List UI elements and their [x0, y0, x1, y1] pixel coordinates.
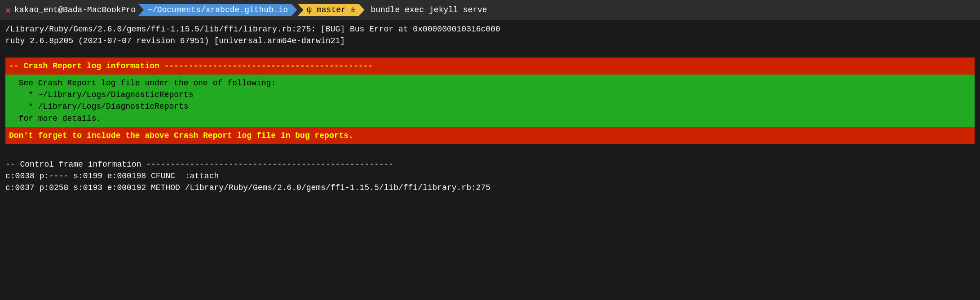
terminal-content: /Library/Ruby/Gems/2.6.0/gems/ffi-1.15.5…: [0, 20, 980, 197]
current-command: bundle exec jekyll serve: [371, 5, 487, 14]
error-line-2: ruby 2.6.8p205 (2021-07-07 revision 6795…: [5, 35, 975, 47]
branch-icon: ψ: [307, 5, 312, 14]
crash-report-body: See Crash Report log file under the one …: [5, 75, 975, 127]
control-frame-line-1: c:0038 p:---- s:0199 e:000198 CFUNC :att…: [5, 170, 975, 182]
branch-segment: ψ master ±: [298, 4, 364, 16]
terminal-window: ✕ kakao_ent@Bada-MacBookPro ~/Documents/…: [0, 0, 980, 300]
branch-name: master ±: [317, 5, 355, 14]
error-line-1: /Library/Ruby/Gems/2.6.0/gems/ffi-1.15.5…: [5, 23, 975, 35]
title-bar: ✕ kakao_ent@Bada-MacBookPro ~/Documents/…: [0, 0, 980, 20]
control-frame-line-2: c:0037 p:0258 s:0193 e:000192 METHOD /Li…: [5, 182, 975, 194]
crash-report-footer: Don't forget to include the above Crash …: [5, 127, 975, 144]
path-segment: ~/Documents/xrabcde.github.io: [138, 4, 297, 16]
control-frame-section: -- Control frame information -----------…: [5, 159, 975, 194]
terminal-user: kakao_ent@Bada-MacBookPro: [14, 5, 136, 14]
crash-report-header: -- Crash Report log information --------…: [5, 57, 975, 75]
crash-report-box: -- Crash Report log information --------…: [5, 57, 975, 144]
control-frame-header: -- Control frame information -----------…: [5, 159, 975, 170]
close-icon[interactable]: ✕: [5, 4, 11, 16]
